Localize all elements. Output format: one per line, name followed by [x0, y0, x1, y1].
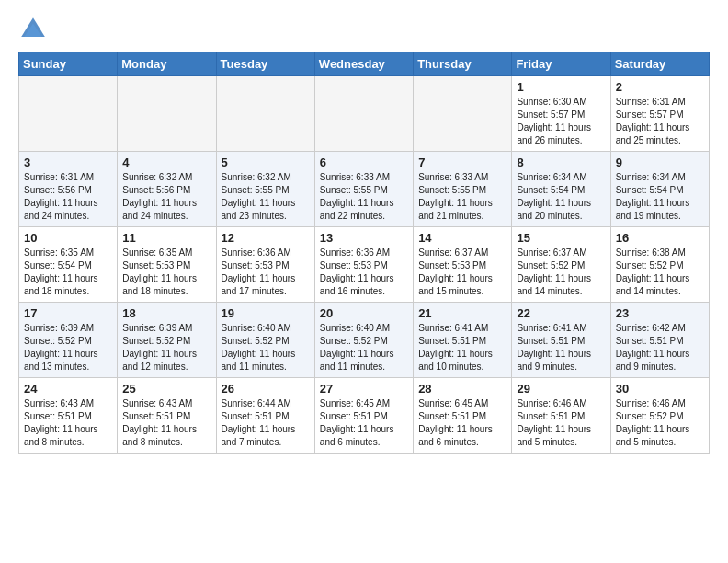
calendar-cell: 22Sunrise: 6:41 AM Sunset: 5:51 PM Dayli…: [512, 303, 610, 378]
day-info: Sunrise: 6:43 AM Sunset: 5:51 PM Dayligh…: [122, 397, 210, 449]
calendar-cell: 2Sunrise: 6:31 AM Sunset: 5:57 PM Daylig…: [610, 76, 709, 152]
weekday-header-sunday: Sunday: [19, 52, 118, 76]
day-info: Sunrise: 6:36 AM Sunset: 5:53 PM Dayligh…: [222, 247, 310, 298]
calendar-row-3: 17Sunrise: 6:39 AM Sunset: 5:52 PM Dayli…: [19, 303, 710, 378]
day-info: Sunrise: 6:39 AM Sunset: 5:52 PM Dayligh…: [122, 322, 210, 373]
day-info: Sunrise: 6:37 AM Sunset: 5:52 PM Dayligh…: [517, 247, 605, 298]
day-info: Sunrise: 6:45 AM Sunset: 5:51 PM Dayligh…: [320, 397, 408, 449]
day-info: Sunrise: 6:33 AM Sunset: 5:55 PM Dayligh…: [320, 171, 408, 223]
calendar-header: SundayMondayTuesdayWednesdayThursdayFrid…: [19, 52, 710, 76]
day-number: 4: [122, 155, 210, 169]
day-info: Sunrise: 6:38 AM Sunset: 5:52 PM Dayligh…: [616, 247, 704, 298]
day-info: Sunrise: 6:31 AM Sunset: 5:57 PM Dayligh…: [616, 96, 704, 147]
day-number: 15: [517, 231, 605, 245]
calendar-cell: 28Sunrise: 6:45 AM Sunset: 5:51 PM Dayli…: [414, 378, 512, 454]
calendar-cell: [414, 76, 512, 152]
weekday-header-monday: Monday: [118, 52, 216, 76]
day-info: Sunrise: 6:35 AM Sunset: 5:54 PM Dayligh…: [24, 247, 112, 298]
day-number: 16: [616, 231, 704, 245]
calendar-cell: [19, 76, 118, 152]
page: SundayMondayTuesdayWednesdayThursdayFrid…: [0, 0, 728, 468]
day-info: Sunrise: 6:42 AM Sunset: 5:51 PM Dayligh…: [616, 322, 704, 373]
day-info: Sunrise: 6:40 AM Sunset: 5:52 PM Dayligh…: [222, 322, 310, 373]
day-info: Sunrise: 6:34 AM Sunset: 5:54 PM Dayligh…: [517, 171, 605, 223]
day-info: Sunrise: 6:32 AM Sunset: 5:56 PM Dayligh…: [122, 171, 210, 223]
logo: [18, 15, 51, 44]
day-number: 27: [320, 382, 408, 396]
calendar-row-4: 24Sunrise: 6:43 AM Sunset: 5:51 PM Dayli…: [19, 378, 710, 454]
calendar-cell: 20Sunrise: 6:40 AM Sunset: 5:52 PM Dayli…: [314, 303, 413, 378]
day-info: Sunrise: 6:45 AM Sunset: 5:51 PM Dayligh…: [418, 397, 506, 449]
day-number: 3: [24, 155, 112, 169]
calendar-cell: 25Sunrise: 6:43 AM Sunset: 5:51 PM Dayli…: [118, 378, 216, 454]
calendar-cell: 13Sunrise: 6:36 AM Sunset: 5:53 PM Dayli…: [314, 227, 413, 303]
day-number: 11: [122, 231, 210, 245]
day-number: 30: [616, 382, 704, 396]
day-info: Sunrise: 6:35 AM Sunset: 5:53 PM Dayligh…: [122, 247, 210, 298]
day-number: 29: [517, 382, 605, 396]
calendar-cell: 15Sunrise: 6:37 AM Sunset: 5:52 PM Dayli…: [512, 227, 610, 303]
calendar-cell: 23Sunrise: 6:42 AM Sunset: 5:51 PM Dayli…: [610, 303, 709, 378]
calendar-cell: 11Sunrise: 6:35 AM Sunset: 5:53 PM Dayli…: [118, 227, 216, 303]
day-number: 9: [616, 155, 704, 169]
day-number: 23: [616, 306, 704, 320]
day-number: 24: [24, 382, 112, 396]
calendar-cell: [118, 76, 216, 152]
day-info: Sunrise: 6:33 AM Sunset: 5:55 PM Dayligh…: [418, 171, 506, 223]
day-info: Sunrise: 6:46 AM Sunset: 5:52 PM Dayligh…: [616, 397, 704, 449]
day-number: 8: [517, 155, 605, 169]
day-number: 22: [517, 306, 605, 320]
calendar-cell: 1Sunrise: 6:30 AM Sunset: 5:57 PM Daylig…: [512, 76, 610, 152]
calendar-cell: [216, 76, 314, 152]
day-number: 7: [418, 155, 506, 169]
day-number: 17: [24, 306, 112, 320]
calendar-cell: 27Sunrise: 6:45 AM Sunset: 5:51 PM Dayli…: [314, 378, 413, 454]
header-row: [18, 15, 710, 44]
day-number: 6: [320, 155, 408, 169]
calendar-row-2: 10Sunrise: 6:35 AM Sunset: 5:54 PM Dayli…: [19, 227, 710, 303]
calendar-cell: 3Sunrise: 6:31 AM Sunset: 5:56 PM Daylig…: [19, 152, 118, 227]
day-number: 5: [222, 155, 310, 169]
calendar-cell: 29Sunrise: 6:46 AM Sunset: 5:51 PM Dayli…: [512, 378, 610, 454]
day-info: Sunrise: 6:32 AM Sunset: 5:55 PM Dayligh…: [222, 171, 310, 223]
day-number: 28: [418, 382, 506, 396]
day-info: Sunrise: 6:41 AM Sunset: 5:51 PM Dayligh…: [517, 322, 605, 373]
calendar-cell: 5Sunrise: 6:32 AM Sunset: 5:55 PM Daylig…: [216, 152, 314, 227]
day-number: 14: [418, 231, 506, 245]
calendar-cell: 12Sunrise: 6:36 AM Sunset: 5:53 PM Dayli…: [216, 227, 314, 303]
calendar-cell: 16Sunrise: 6:38 AM Sunset: 5:52 PM Dayli…: [610, 227, 709, 303]
day-info: Sunrise: 6:46 AM Sunset: 5:51 PM Dayligh…: [517, 397, 605, 449]
calendar-cell: 19Sunrise: 6:40 AM Sunset: 5:52 PM Dayli…: [216, 303, 314, 378]
day-number: 21: [418, 306, 506, 320]
day-info: Sunrise: 6:40 AM Sunset: 5:52 PM Dayligh…: [320, 322, 408, 373]
calendar-row-0: 1Sunrise: 6:30 AM Sunset: 5:57 PM Daylig…: [19, 76, 710, 152]
day-number: 25: [122, 382, 210, 396]
weekday-header-tuesday: Tuesday: [216, 52, 314, 76]
day-number: 1: [517, 80, 605, 94]
day-info: Sunrise: 6:34 AM Sunset: 5:54 PM Dayligh…: [616, 171, 704, 223]
day-number: 13: [320, 231, 408, 245]
calendar-cell: 4Sunrise: 6:32 AM Sunset: 5:56 PM Daylig…: [118, 152, 216, 227]
calendar-row-1: 3Sunrise: 6:31 AM Sunset: 5:56 PM Daylig…: [19, 152, 710, 227]
calendar-cell: 10Sunrise: 6:35 AM Sunset: 5:54 PM Dayli…: [19, 227, 118, 303]
calendar-cell: 14Sunrise: 6:37 AM Sunset: 5:53 PM Dayli…: [414, 227, 512, 303]
day-info: Sunrise: 6:43 AM Sunset: 5:51 PM Dayligh…: [24, 397, 112, 449]
day-info: Sunrise: 6:39 AM Sunset: 5:52 PM Dayligh…: [24, 322, 112, 373]
day-number: 20: [320, 306, 408, 320]
day-info: Sunrise: 6:44 AM Sunset: 5:51 PM Dayligh…: [222, 397, 310, 449]
day-number: 26: [222, 382, 310, 396]
calendar-cell: 9Sunrise: 6:34 AM Sunset: 5:54 PM Daylig…: [610, 152, 709, 227]
calendar-cell: 6Sunrise: 6:33 AM Sunset: 5:55 PM Daylig…: [314, 152, 413, 227]
calendar-cell: [314, 76, 413, 152]
day-info: Sunrise: 6:31 AM Sunset: 5:56 PM Dayligh…: [24, 171, 112, 223]
calendar-cell: 24Sunrise: 6:43 AM Sunset: 5:51 PM Dayli…: [19, 378, 118, 454]
day-number: 2: [616, 80, 704, 94]
calendar-cell: 30Sunrise: 6:46 AM Sunset: 5:52 PM Dayli…: [610, 378, 709, 454]
calendar-body: 1Sunrise: 6:30 AM Sunset: 5:57 PM Daylig…: [19, 76, 710, 454]
day-number: 19: [222, 306, 310, 320]
weekday-header-friday: Friday: [512, 52, 610, 76]
weekday-header-wednesday: Wednesday: [314, 52, 413, 76]
day-number: 10: [24, 231, 112, 245]
weekday-header-row: SundayMondayTuesdayWednesdayThursdayFrid…: [19, 52, 710, 76]
calendar-cell: 21Sunrise: 6:41 AM Sunset: 5:51 PM Dayli…: [414, 303, 512, 378]
